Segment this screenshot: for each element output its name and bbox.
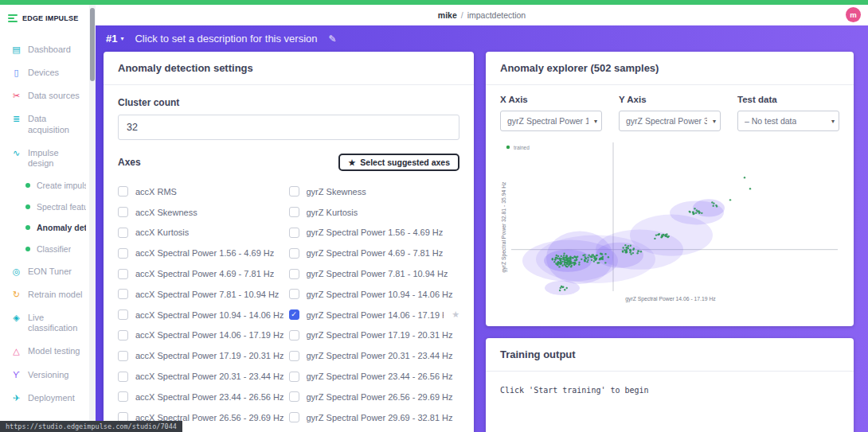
checkbox-icon[interactable] <box>118 351 128 361</box>
axis-checkbox-row[interactable]: gyrZ Spectral Power 4.69 - 7.81 Hz <box>289 243 460 263</box>
cluster-count-input[interactable] <box>118 115 459 140</box>
axis-checkbox-row[interactable]: gyrZ Spectral Power 23.44 - 26.56 Hz <box>289 366 460 387</box>
y-axis-select[interactable]: gyrZ Spectral Power 32.81 ▾ <box>619 111 721 131</box>
checkbox-icon[interactable] <box>289 391 299 402</box>
trained-sample-dot <box>564 289 565 290</box>
version-selector[interactable]: #1 ▾ <box>106 33 123 45</box>
checkbox-icon[interactable] <box>118 309 128 320</box>
axis-checkbox-row[interactable]: gyrZ Spectral Power 17.19 - 20.31 Hz <box>289 325 460 346</box>
checkbox-icon[interactable] <box>118 186 128 197</box>
axis-checkbox-label: accX Spectral Power 17.19 - 20.31 Hz <box>135 351 283 360</box>
axis-checkbox-row[interactable]: gyrZ Kurtosis <box>289 202 460 223</box>
edit-icon[interactable]: ✎ <box>329 33 337 45</box>
select-suggested-axes-button[interactable]: ★ Select suggested axes <box>338 154 459 171</box>
sidebar-item-label: Devices <box>28 68 59 78</box>
deployment-icon: ✈ <box>11 393 22 403</box>
breadcrumb-user[interactable]: mike <box>438 10 457 20</box>
version-description[interactable]: Click to set a description for this vers… <box>135 33 317 45</box>
breadcrumb-project[interactable]: impactdetection <box>467 10 526 20</box>
axis-checkbox-row[interactable]: accX Spectral Power 14.06 - 17.19 Hz <box>118 325 289 346</box>
axis-checkbox-row[interactable]: accX Kurtosis <box>118 223 289 243</box>
checkbox-icon[interactable] <box>289 269 299 279</box>
checkbox-icon[interactable] <box>289 186 299 197</box>
axis-checkbox-row[interactable]: gyrZ Skewness <box>289 181 460 202</box>
sidebar-item-label: Spectral features <box>37 202 86 212</box>
axis-checkbox-row[interactable]: gyrZ Spectral Power 26.56 - 29.69 Hz <box>289 387 460 407</box>
training-output-text: Click 'Start training' to begin <box>486 372 854 409</box>
sidebar-item-data-acquisition[interactable]: ≣Data acquisition <box>0 107 89 141</box>
sidebar-item-deployment[interactable]: ✈Deployment <box>0 387 89 410</box>
axis-checkbox-label: accX Spectral Power 23.44 - 26.56 Hz <box>135 392 283 402</box>
eon-tuner-icon: ◎ <box>11 267 22 277</box>
sidebar-item-live-classification[interactable]: ◈Live classification <box>0 306 89 340</box>
checkbox-icon[interactable] <box>118 391 128 402</box>
axis-checkbox-row[interactable]: gyrZ Spectral Power 7.81 - 10.94 Hz <box>289 263 460 284</box>
edge-impulse-logo[interactable]: EDGE IMPULSE <box>0 5 89 29</box>
trained-sample-dot <box>713 205 714 207</box>
sidebar-nav: ▤Dashboard▯Devices✂Data sources≣Data acq… <box>0 38 89 410</box>
axis-checkbox-row[interactable]: accX Spectral Power 17.19 - 20.31 Hz <box>118 345 289 366</box>
checkbox-icon[interactable] <box>289 372 299 382</box>
axis-checkbox-row[interactable]: accX Spectral Power 4.69 - 7.81 Hz <box>118 263 289 284</box>
sidebar-item-retrain-model[interactable]: ↻Retrain model <box>0 283 89 306</box>
axis-checkbox-label: gyrZ Spectral Power 10.94 - 14.06 Hz <box>307 290 453 299</box>
trained-sample-dot <box>565 257 567 259</box>
axis-checkbox-row[interactable]: ✓gyrZ Spectral Power 32.81 - 35.94 Hz★ <box>289 428 460 432</box>
checkbox-icon[interactable] <box>289 412 299 422</box>
checkbox-icon[interactable] <box>118 330 128 341</box>
axis-checkbox-row[interactable]: accX Spectral Power 1.56 - 4.69 Hz <box>118 243 289 263</box>
axis-checkbox-row[interactable]: accX RMS <box>118 181 289 202</box>
sidebar-scrollbar[interactable] <box>89 5 96 432</box>
checkbox-checked-icon[interactable]: ✓ <box>289 309 299 320</box>
checkbox-icon[interactable] <box>118 248 128 259</box>
checkbox-icon[interactable] <box>118 372 128 382</box>
checkbox-icon[interactable] <box>118 228 128 238</box>
sidebar-item-anomaly-detection[interactable]: Anomaly detection <box>0 217 89 239</box>
checkbox-icon[interactable] <box>289 248 299 259</box>
trained-sample-dot <box>585 258 587 259</box>
sidebar-item-dashboard[interactable]: ▤Dashboard <box>0 38 89 61</box>
axis-checkbox-row[interactable]: accX Spectral Power 10.94 - 14.06 Hz <box>118 305 289 325</box>
trained-sample-dot <box>694 208 695 209</box>
sidebar-item-devices[interactable]: ▯Devices <box>0 61 89 84</box>
axis-checkbox-row[interactable]: gyrZ Spectral Power 29.69 - 32.81 Hz <box>289 407 460 428</box>
checkbox-icon[interactable] <box>118 207 128 217</box>
anomaly-plot[interactable]: trained gyrZ Spectral Power 14.06 - 17.1… <box>500 139 839 303</box>
x-axis-select[interactable]: gyrZ Spectral Power 14.06 ▾ <box>500 111 602 131</box>
sidebar-item-impulse-design[interactable]: ∿Impulse design <box>0 142 89 175</box>
axis-checkbox-label: accX Spectral Power 10.94 - 14.06 Hz <box>135 310 283 320</box>
axis-checkbox-label: gyrZ Kurtosis <box>307 208 358 217</box>
sidebar-item-data-sources[interactable]: ✂Data sources <box>0 84 89 107</box>
axis-checkbox-row[interactable]: accX Skewness <box>118 202 289 223</box>
avatar[interactable]: m <box>846 7 861 22</box>
sidebar-item-spectral-features[interactable]: Spectral features <box>0 197 89 218</box>
axis-checkbox-row[interactable]: gyrZ Spectral Power 10.94 - 14.06 Hz <box>289 284 460 305</box>
checkbox-icon[interactable] <box>289 228 299 238</box>
checkbox-icon[interactable] <box>289 351 299 361</box>
axis-checkbox-row[interactable]: accX Spectral Power 23.44 - 26.56 Hz <box>118 387 289 407</box>
scrollbar-thumb[interactable] <box>90 8 95 81</box>
breadcrumb: mike / impactdetection <box>96 5 868 25</box>
test-data-select[interactable]: – No test data ▾ <box>737 111 839 131</box>
sidebar-item-label: Model testing <box>28 346 80 356</box>
cluster-count-label: Cluster count <box>118 97 459 108</box>
sidebar-item-model-testing[interactable]: △Model testing <box>0 340 89 363</box>
trained-sample-dot <box>622 250 624 251</box>
axis-checkbox-row[interactable]: accX Spectral Power 7.81 - 10.94 Hz <box>118 284 289 305</box>
y-axis-control: Y Axis gyrZ Spectral Power 32.81 ▾ <box>619 95 721 131</box>
axis-checkbox-row[interactable]: ✓gyrZ Spectral Power 14.06 - 17.19 Hz★ <box>289 305 460 325</box>
sidebar-item-eon-tuner[interactable]: ◎EON Tuner <box>0 260 89 283</box>
sidebar-item-classifier[interactable]: Classifier <box>0 239 89 260</box>
checkbox-icon[interactable] <box>118 289 128 299</box>
anomaly-explorer-card: Anomaly explorer (502 samples) X Axis gy… <box>486 52 854 326</box>
sidebar-item-versioning[interactable]: ϒVersioning <box>0 364 89 387</box>
checkbox-icon[interactable] <box>289 207 299 217</box>
axis-checkbox-row[interactable]: gyrZ Spectral Power 1.56 - 4.69 Hz <box>289 223 460 243</box>
checkbox-icon[interactable] <box>289 330 299 341</box>
top-progress-bar <box>0 0 868 5</box>
axis-checkbox-row[interactable]: accX Spectral Power 20.31 - 23.44 Hz <box>118 366 289 387</box>
checkbox-icon[interactable] <box>289 289 299 299</box>
checkbox-icon[interactable] <box>118 269 128 279</box>
sidebar-item-create-impulse[interactable]: Create impulse <box>0 175 89 197</box>
axis-checkbox-row[interactable]: gyrZ Spectral Power 20.31 - 23.44 Hz <box>289 345 460 366</box>
